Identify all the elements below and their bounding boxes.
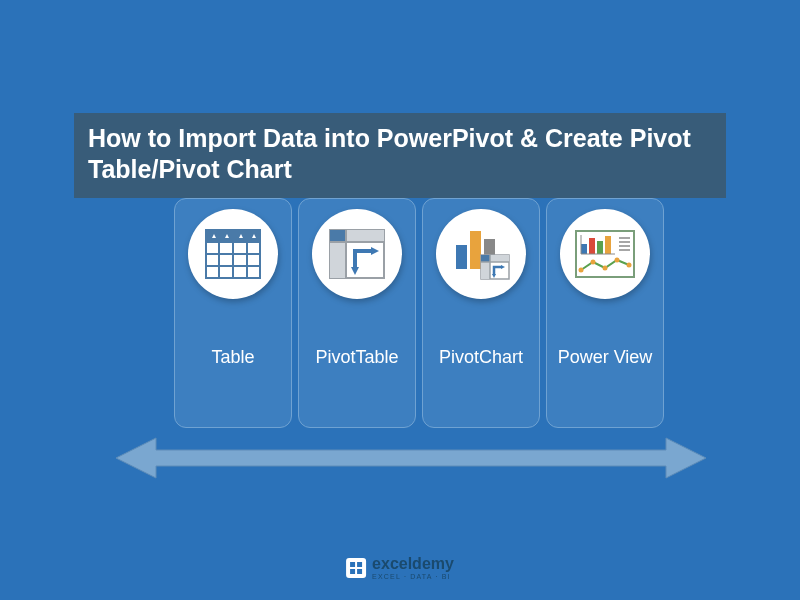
svg-rect-21	[470, 231, 481, 269]
footer-tagline: EXCEL · DATA · BI	[372, 573, 454, 580]
footer-logo: exceldemy EXCEL · DATA · BI	[346, 556, 454, 580]
card-table: Table	[174, 198, 292, 428]
pivottable-icon	[312, 209, 402, 299]
svg-rect-24	[481, 255, 490, 262]
svg-rect-33	[589, 238, 595, 254]
logo-mark-icon	[346, 558, 366, 578]
card-label: PivotChart	[433, 347, 529, 369]
card-pivottable: PivotTable	[298, 198, 416, 428]
footer-brand: exceldemy	[372, 556, 454, 572]
table-icon	[188, 209, 278, 299]
svg-rect-35	[605, 236, 611, 254]
powerview-icon	[560, 209, 650, 299]
card-powerview: Power View	[546, 198, 664, 428]
double-arrow-icon	[116, 436, 706, 480]
pivotchart-icon	[436, 209, 526, 299]
svg-point-46	[627, 263, 632, 268]
svg-rect-50	[350, 569, 355, 574]
svg-point-44	[603, 266, 608, 271]
svg-rect-49	[357, 562, 362, 567]
card-label: Power View	[552, 347, 659, 369]
svg-point-43	[591, 260, 596, 265]
page-title: How to Import Data into PowerPivot & Cre…	[74, 113, 726, 198]
svg-rect-26	[481, 262, 490, 279]
svg-marker-47	[116, 438, 706, 478]
card-label: Table	[205, 347, 260, 369]
svg-rect-15	[330, 242, 346, 278]
svg-point-45	[615, 258, 620, 263]
svg-rect-20	[456, 245, 467, 269]
svg-rect-25	[490, 255, 509, 262]
cards-row: Table PivotTable	[174, 198, 664, 428]
card-pivotchart: PivotChart	[422, 198, 540, 428]
svg-rect-32	[581, 244, 587, 254]
svg-rect-34	[597, 241, 603, 254]
svg-rect-48	[350, 562, 355, 567]
card-label: PivotTable	[309, 347, 404, 369]
svg-rect-51	[357, 569, 362, 574]
svg-rect-14	[346, 230, 384, 242]
svg-point-42	[579, 268, 584, 273]
svg-rect-13	[330, 230, 346, 242]
